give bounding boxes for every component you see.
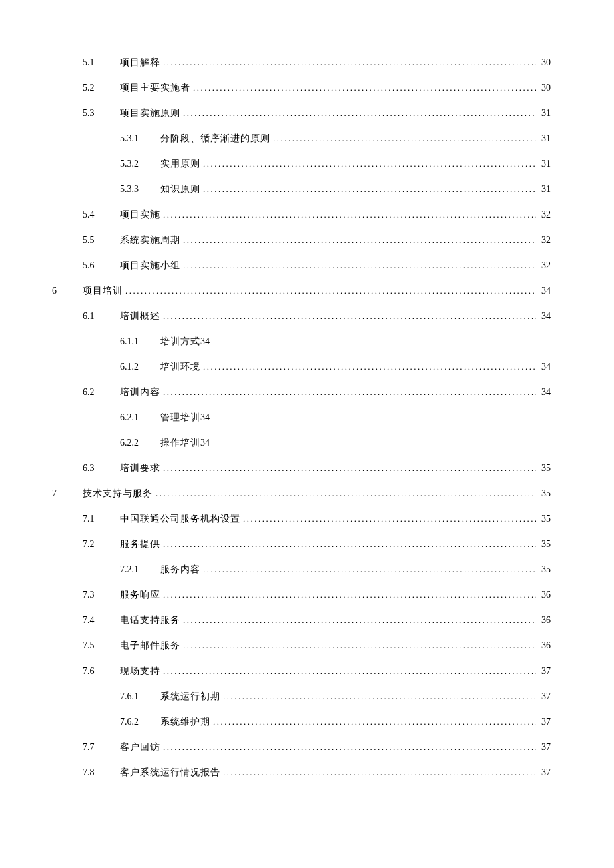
toc-entry-title: 培训要求 (120, 462, 160, 474)
toc-entry[interactable]: 5.5系统实施周期32 (52, 234, 551, 246)
toc-entry[interactable]: 7.2.1服务内容35 (52, 564, 551, 576)
toc-entry-page: 34 (200, 438, 210, 448)
toc-dots-leader (180, 108, 536, 119)
toc-entry-title: 技术支持与服务 (83, 488, 153, 500)
toc-entry-title: 服务提供 (120, 538, 160, 550)
toc-entry[interactable]: 6.1.1培训方式34 (52, 336, 551, 348)
table-of-contents: 5.1项目解释305.2项目主要实施者305.3项目实施原则315.3.1分阶段… (52, 57, 551, 779)
toc-entry-page: 34 (536, 362, 551, 372)
toc-entry-page: 34 (536, 311, 551, 322)
toc-entry-page: 37 (536, 767, 551, 778)
toc-entry[interactable]: 5.3.3知识原则31 (52, 183, 551, 195)
toc-dots-leader (180, 615, 536, 626)
toc-entry-number: 6.2.1 (120, 412, 160, 423)
toc-entry[interactable]: 6.2培训内容34 (52, 386, 551, 398)
toc-entry[interactable]: 7.6现场支持37 (52, 665, 551, 677)
toc-entry[interactable]: 7.4电话支持服务36 (52, 614, 551, 626)
toc-dots-leader (190, 83, 536, 93)
toc-entry-number: 5.2 (83, 83, 120, 93)
toc-entry-page: 31 (536, 159, 551, 169)
toc-entry-page: 35 (536, 564, 551, 575)
toc-entry-title: 客户系统运行情况报告 (120, 767, 220, 779)
toc-dots-leader (180, 235, 536, 246)
toc-entry-number: 7.2 (83, 539, 120, 550)
toc-entry-number: 7.5 (83, 640, 120, 651)
toc-entry-page: 35 (536, 514, 551, 524)
toc-entry-number: 5.3.2 (120, 159, 160, 169)
toc-entry-title: 系统运行初期 (160, 691, 220, 703)
toc-entry[interactable]: 7.3服务响应36 (52, 589, 551, 601)
toc-entry[interactable]: 5.1项目解释30 (52, 57, 551, 69)
toc-entry[interactable]: 7技术支持与服务35 (52, 488, 551, 500)
toc-entry-number: 6.3 (83, 463, 120, 474)
toc-entry-number: 7.6.2 (120, 717, 160, 727)
toc-entry-number: 7.3 (83, 590, 120, 600)
toc-entry-page: 37 (536, 717, 551, 727)
toc-entry-title: 培训概述 (120, 310, 160, 322)
toc-entry[interactable]: 6项目培训34 (52, 285, 551, 297)
toc-dots-leader (123, 286, 536, 296)
toc-entry[interactable]: 6.2.2操作培训34 (52, 437, 551, 449)
toc-dots-leader (160, 590, 536, 600)
toc-entry-number: 6.1.1 (120, 336, 160, 347)
toc-dots-leader (200, 362, 536, 372)
toc-entry-page: 31 (536, 133, 551, 144)
toc-entry[interactable]: 7.6.2系统维护期37 (52, 716, 551, 728)
toc-entry-title: 培训内容 (120, 386, 160, 398)
toc-entry[interactable]: 7.2服务提供35 (52, 538, 551, 550)
toc-entry[interactable]: 5.3.2实用原则31 (52, 158, 551, 170)
toc-entry[interactable]: 7.8客户系统运行情况报告37 (52, 767, 551, 779)
toc-dots-leader (153, 488, 536, 499)
toc-entry[interactable]: 5.6项目实施小组32 (52, 260, 551, 272)
toc-entry-page: 32 (536, 209, 551, 220)
toc-entry-number: 7.2.1 (120, 564, 160, 575)
toc-entry[interactable]: 6.1.2培训环境34 (52, 361, 551, 373)
toc-entry[interactable]: 6.1培训概述34 (52, 310, 551, 322)
toc-entry-title: 系统维护期 (160, 716, 210, 728)
toc-dots-leader (210, 717, 536, 727)
toc-entry-number: 5.6 (83, 260, 120, 271)
toc-entry-page: 32 (536, 235, 551, 246)
toc-dots-leader (180, 640, 536, 651)
toc-entry-title: 项目实施小组 (120, 260, 180, 272)
toc-entry[interactable]: 7.6.1系统运行初期37 (52, 691, 551, 703)
toc-entry-number: 7.1 (83, 514, 120, 524)
toc-entry[interactable]: 5.3.1分阶段、循序渐进的原则31 (52, 133, 551, 145)
toc-entry-number: 6.2 (83, 387, 120, 398)
toc-entry-number: 6.2.2 (120, 438, 160, 448)
toc-dots-leader (200, 564, 536, 575)
toc-entry-page: 30 (536, 83, 551, 93)
toc-entry-number: 6 (52, 286, 83, 296)
toc-entry-page: 35 (536, 463, 551, 474)
toc-dots-leader (160, 463, 536, 474)
toc-dots-leader (160, 666, 536, 677)
toc-entry-title: 现场支持 (120, 665, 160, 677)
toc-entry-title: 项目主要实施者 (120, 82, 190, 94)
toc-entry[interactable]: 7.5电子邮件服务36 (52, 640, 551, 652)
toc-dots-leader (160, 311, 536, 322)
toc-entry[interactable]: 5.4项目实施32 (52, 209, 551, 221)
toc-entry[interactable]: 5.3项目实施原则31 (52, 107, 551, 119)
toc-entry-number: 7.7 (83, 742, 120, 753)
toc-entry[interactable]: 6.2.1管理培训34 (52, 412, 551, 424)
toc-entry-page: 34 (200, 336, 210, 347)
toc-entry-page: 36 (536, 590, 551, 600)
toc-entry-page: 36 (536, 640, 551, 651)
toc-entry-number: 7.6.1 (120, 691, 160, 702)
toc-entry-page: 31 (536, 184, 551, 195)
toc-entry-page: 32 (536, 260, 551, 271)
toc-entry[interactable]: 7.1中国联通公司服务机构设置35 (52, 513, 551, 525)
toc-entry[interactable]: 6.3培训要求35 (52, 462, 551, 474)
toc-entry-page: 30 (536, 57, 551, 68)
toc-entry-page: 34 (536, 286, 551, 296)
toc-entry[interactable]: 7.7客户回访37 (52, 741, 551, 753)
toc-entry-page: 34 (536, 387, 551, 398)
toc-entry-title: 知识原则 (160, 183, 200, 195)
toc-entry-number: 5.5 (83, 235, 120, 246)
toc-entry-title: 培训环境 (160, 361, 200, 373)
toc-dots-leader (200, 184, 536, 195)
toc-entry-page: 36 (536, 615, 551, 626)
toc-entry[interactable]: 5.2项目主要实施者30 (52, 82, 551, 94)
toc-entry-page: 35 (536, 539, 551, 550)
toc-entry-title: 培训方式 (160, 336, 200, 348)
